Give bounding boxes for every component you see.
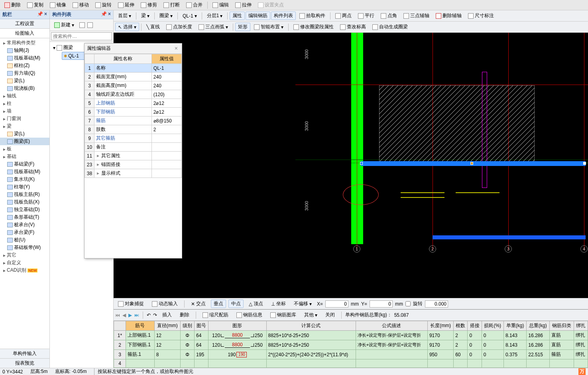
btn-stretch[interactable]: 拉伸 xyxy=(232,0,254,10)
tree-header[interactable]: ▸ 常用构件类型 xyxy=(0,39,49,47)
btn-select[interactable]: ↖ 选择 ▾ xyxy=(115,23,139,31)
btn-copy[interactable]: 复制 xyxy=(24,0,46,10)
dd-offset[interactable]: 不偏移 ▾ xyxy=(291,299,315,308)
nav-btn-single[interactable]: 单构件输入 xyxy=(0,349,49,358)
btn-merge[interactable]: 合并 xyxy=(183,0,205,10)
btn-ptangle[interactable]: 点角 xyxy=(378,11,400,20)
btn-edit-rebar[interactable]: 编辑钢筋 xyxy=(246,12,270,20)
table-row[interactable]: 2下部钢筋.112Φ6412088002508825+10*d-25+250净长… xyxy=(114,340,588,350)
tree-item[interactable]: 基础梁(F) xyxy=(0,160,49,168)
btn-delrow[interactable]: 删除 xyxy=(177,310,192,320)
copy-icon[interactable] xyxy=(79,22,85,28)
table-row[interactable]: 4 xyxy=(114,359,588,368)
dd-subtype[interactable]: 圈梁 ▾ xyxy=(157,11,175,20)
btn-edit[interactable]: 编辑 xyxy=(210,0,232,10)
nav-btn-project[interactable]: 工程设置 xyxy=(0,19,49,29)
dd-type[interactable]: 梁 ▾ xyxy=(138,11,152,20)
paste-icon[interactable] xyxy=(87,22,93,28)
btn-dyninput[interactable]: 动态输入 xyxy=(149,299,181,308)
search-input[interactable] xyxy=(51,32,112,40)
btn-other[interactable]: 其他 ▾ xyxy=(301,310,320,320)
btn-trim[interactable]: 修剪 xyxy=(138,0,160,10)
close-icon[interactable]: × xyxy=(173,45,179,52)
btn-check-elev[interactable]: 查改标高 xyxy=(337,22,369,32)
tree-item[interactable]: 筏板负筋(X) xyxy=(0,198,49,206)
x-input[interactable] xyxy=(325,300,348,308)
rotate-input[interactable] xyxy=(425,300,448,308)
tree-item[interactable]: 轴网(J) xyxy=(0,47,49,54)
tree-item[interactable]: 圈梁(E) xyxy=(0,138,49,145)
btn-autogen[interactable]: 自动生成圈梁 xyxy=(370,22,411,32)
tree-header[interactable]: ▸ 柱 xyxy=(0,100,49,107)
btn-close[interactable]: 关闭 xyxy=(323,310,338,320)
btn-redo[interactable]: ↷ xyxy=(153,312,157,318)
tree-item[interactable]: 梁(L) xyxy=(0,77,49,85)
btn-rebar-lib[interactable]: 钢筋图库 xyxy=(267,310,299,320)
tree-item[interactable]: 剪力墙(Q) xyxy=(0,69,49,77)
drawing-canvas[interactable]: 3000 3000 3000 1 2 3 4 xyxy=(114,33,588,298)
tree-item[interactable]: 现浇板(B) xyxy=(0,85,49,92)
pin-icon[interactable]: 📌 × xyxy=(101,11,111,18)
tree-header[interactable]: ▸ 其它 xyxy=(0,251,49,259)
tree-item[interactable]: 条形基础(T) xyxy=(0,213,49,221)
btn-rotate[interactable]: 旋转 xyxy=(92,0,114,10)
y-input[interactable] xyxy=(370,300,393,308)
btn-inter[interactable]: ✕ 交点 xyxy=(188,299,208,308)
nav-prev[interactable]: ◀ xyxy=(122,312,126,318)
table-row[interactable]: 1*上部钢筋.112Φ6412088002508825+10*d-25+250净… xyxy=(114,331,588,340)
tree-header[interactable]: ▸ 板 xyxy=(0,145,49,153)
tree-item[interactable]: 集水坑(K) xyxy=(0,176,49,183)
tree-header[interactable]: ▸ 轴线 xyxy=(0,92,49,100)
btn-extend[interactable]: 延伸 xyxy=(115,0,137,10)
btn-insert[interactable]: 插入 xyxy=(159,310,175,320)
btn-del-aux[interactable]: 删除辅轴 xyxy=(433,11,464,20)
btn-mirror[interactable]: 镜像 xyxy=(47,0,69,10)
tree-item[interactable]: 独立基础(D) xyxy=(0,206,49,213)
selected-beam[interactable] xyxy=(361,161,586,166)
new-component-button[interactable]: 新建 ▾ xyxy=(51,20,77,30)
btn-coord[interactable]: ⊥ 坐标 xyxy=(268,299,289,308)
btn-dim[interactable]: 尺寸标注 xyxy=(465,11,497,20)
btn-scalefit[interactable]: 缩尺配筋 xyxy=(200,310,231,320)
tree-header[interactable]: ▸ 梁 xyxy=(0,122,49,130)
tree-header[interactable]: ▸ CAD识别 NEW xyxy=(0,266,49,274)
btn-grip[interactable]: 设置夹点 xyxy=(255,0,287,10)
tree-item[interactable]: 基础板带(W) xyxy=(0,244,49,251)
btn-move[interactable]: 移动 xyxy=(70,0,92,10)
btn-restore[interactable]: ↶ xyxy=(147,312,151,318)
tree-item[interactable]: 承台梁(F) xyxy=(0,229,49,236)
btn-vertex[interactable]: △ 顶点 xyxy=(246,299,266,308)
nav-last[interactable]: ⏭ xyxy=(134,312,139,318)
btn-line[interactable]: ╲ 直线 xyxy=(144,22,163,32)
btn-perp[interactable]: 垂点 xyxy=(211,300,226,308)
tree-item[interactable]: 筏板基础(M) xyxy=(0,54,49,62)
rotate-check[interactable] xyxy=(405,301,411,306)
tree-item[interactable]: 桩(U) xyxy=(0,236,49,244)
btn-osnap[interactable]: 对象捕捉 xyxy=(115,299,147,308)
pin-icon[interactable]: 📌 × xyxy=(37,11,47,18)
tree-header[interactable]: ▸ 门窗洞 xyxy=(0,115,49,122)
tree-item[interactable]: 柱墩(Y) xyxy=(0,183,49,191)
tree-item[interactable]: 框柱(Z) xyxy=(0,62,49,69)
nav-btn-draw[interactable]: 绘图输入 xyxy=(0,29,49,38)
btn-pick[interactable]: 拾取构件 xyxy=(297,11,328,20)
btn-props[interactable]: 属性 xyxy=(230,12,245,20)
tree-item[interactable]: 桩承台(V) xyxy=(0,221,49,229)
btn-smart[interactable]: 智能布置 ▾ xyxy=(251,22,286,32)
tree-header[interactable]: ▸ 自定义 xyxy=(0,259,49,266)
btn-3pt-aux[interactable]: 三点辅轴 xyxy=(401,11,432,20)
dd-layer[interactable]: 分层1 ▾ xyxy=(204,11,226,20)
dd-component[interactable]: QL-1 ▾ xyxy=(180,12,200,20)
tree-header[interactable]: ▸ 墙 xyxy=(0,107,49,115)
tree-item[interactable]: 筏板主筋(R) xyxy=(0,191,49,198)
property-table[interactable]: 属性名称属性值1名称QL-12截面宽度(mm)2403截面高度(mm)2404轴… xyxy=(85,54,182,178)
tree-item[interactable]: 筏板基础(M) xyxy=(0,168,49,176)
btn-parallel[interactable]: 平行 xyxy=(355,11,377,20)
nav-next[interactable]: ▶ xyxy=(128,312,132,318)
nav-btn-report[interactable]: 报表预览 xyxy=(0,358,49,368)
btn-ptlen[interactable]: 点加长度 xyxy=(163,22,195,32)
btn-mid[interactable]: 中点 xyxy=(228,300,244,308)
btn-break[interactable]: 打断 xyxy=(161,0,183,10)
tree-header[interactable]: ▸ 基础 xyxy=(0,153,49,160)
btn-2pt[interactable]: 两点 xyxy=(332,11,354,20)
